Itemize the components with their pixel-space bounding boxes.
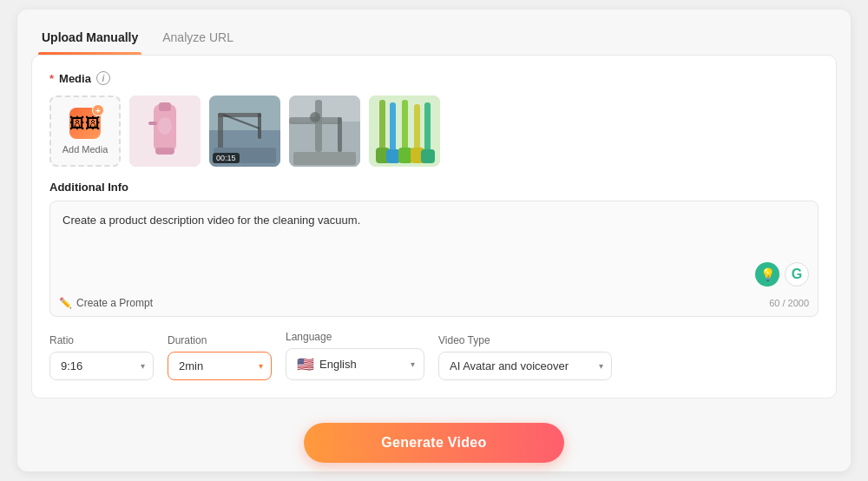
controls-row: Ratio 9:16 16:9 1:1 4:5 ▾ Duration 1min: [49, 331, 819, 380]
ai-suggest-icon[interactable]: 💡: [755, 262, 779, 287]
svg-rect-8: [218, 113, 223, 152]
grammar-check-icon[interactable]: G: [785, 262, 809, 287]
svg-rect-2: [159, 102, 171, 111]
svg-rect-25: [424, 102, 431, 153]
svg-point-5: [158, 117, 172, 135]
media-row: 🖼 + Add Media: [49, 96, 819, 167]
generate-section: Generate Video: [17, 409, 851, 471]
additional-info-wrapper: Create a product description video for t…: [49, 201, 819, 317]
ratio-select-wrapper: 9:16 16:9 1:1 4:5 ▾: [49, 352, 154, 380]
add-media-label: Add Media: [62, 144, 108, 155]
ratio-select[interactable]: 9:16 16:9 1:1 4:5: [49, 352, 154, 380]
svg-rect-17: [338, 117, 342, 152]
add-media-button[interactable]: 🖼 + Add Media: [49, 96, 121, 167]
duration-badge-2: 00:15: [213, 153, 240, 163]
additional-info-textarea[interactable]: Create a product description video for t…: [50, 201, 818, 288]
media-label-text: Media: [59, 72, 91, 85]
svg-rect-19: [293, 152, 356, 165]
add-media-plus-icon: +: [92, 104, 104, 116]
duration-group: Duration 1min 2min 3min 5min ▾: [168, 334, 272, 380]
add-media-img-icon: 🖼: [85, 115, 101, 133]
tab-analyze-url[interactable]: Analyze URL: [159, 23, 237, 55]
generate-video-button[interactable]: Generate Video: [304, 423, 564, 463]
svg-rect-21: [379, 100, 385, 152]
textarea-footer: ✏️ Create a Prompt 60 / 2000: [50, 292, 818, 316]
create-prompt-label: Create a Prompt: [76, 297, 153, 309]
svg-rect-28: [398, 148, 412, 163]
media-required-marker: *: [49, 72, 54, 85]
duration-select-wrapper: 1min 2min 3min 5min ▾: [168, 352, 272, 380]
media-thumb-3[interactable]: [289, 96, 360, 167]
language-group: Language 🇺🇸 English ▾: [286, 331, 424, 380]
svg-rect-22: [390, 102, 396, 153]
tabs-bar: Upload Manually Analyze URL: [17, 10, 851, 55]
additional-info-label: Additional Info: [49, 181, 819, 194]
duration-select[interactable]: 1min 2min 3min 5min: [168, 352, 272, 380]
main-container: Upload Manually Analyze URL *Media i 🖼 +…: [17, 10, 851, 471]
svg-rect-15: [315, 100, 322, 152]
tab-upload-manually[interactable]: Upload Manually: [38, 23, 141, 55]
media-thumb-1[interactable]: [129, 96, 201, 167]
language-label: Language: [286, 331, 424, 343]
main-card: *Media i 🖼 + Add Media: [31, 55, 837, 399]
ratio-label: Ratio: [49, 334, 154, 346]
duration-label: Duration: [168, 334, 272, 346]
svg-rect-30: [421, 149, 435, 163]
media-thumb-2[interactable]: 00:15: [209, 96, 280, 167]
language-selector[interactable]: 🇺🇸 English ▾: [286, 348, 424, 380]
language-chevron-icon: ▾: [411, 359, 415, 369]
char-count: 60 / 2000: [769, 298, 809, 308]
create-prompt-button[interactable]: ✏️ Create a Prompt: [59, 297, 153, 309]
media-section-label: *Media i: [49, 71, 819, 85]
language-value: English: [319, 358, 357, 371]
svg-rect-4: [148, 122, 157, 125]
video-type-group: Video Type AI Avatar and voiceover Voice…: [438, 334, 612, 380]
pencil-icon: ✏️: [59, 297, 72, 309]
svg-rect-3: [155, 148, 174, 155]
video-type-select[interactable]: AI Avatar and voiceover Voiceover only N…: [438, 352, 612, 380]
media-info-icon[interactable]: i: [96, 71, 110, 85]
media-thumb-4[interactable]: [369, 96, 440, 167]
textarea-icon-group: 💡 G: [755, 262, 809, 287]
ratio-group: Ratio 9:16 16:9 1:1 4:5 ▾: [49, 334, 154, 380]
svg-rect-27: [386, 149, 400, 163]
language-select-wrapper: 🇺🇸 English ▾: [286, 348, 424, 380]
svg-rect-10: [258, 113, 261, 139]
svg-point-18: [310, 112, 320, 122]
add-media-icon: 🖼 +: [69, 108, 101, 139]
video-type-select-wrapper: AI Avatar and voiceover Voiceover only N…: [438, 352, 612, 380]
svg-rect-24: [414, 104, 420, 152]
svg-rect-23: [402, 100, 408, 152]
video-type-label: Video Type: [438, 334, 612, 346]
language-flag-icon: 🇺🇸: [297, 356, 314, 372]
